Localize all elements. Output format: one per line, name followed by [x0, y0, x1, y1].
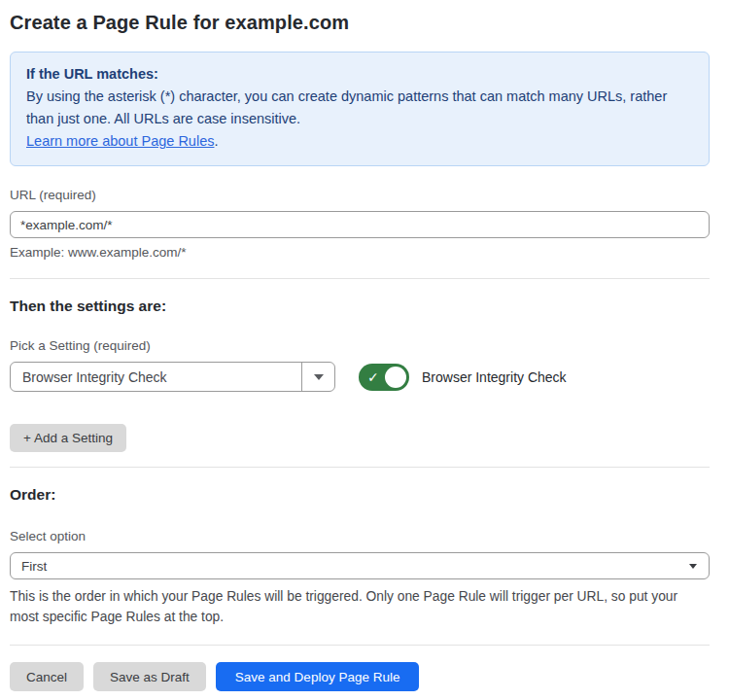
- link-period: .: [214, 133, 218, 149]
- add-setting-button[interactable]: + Add a Setting: [10, 424, 126, 452]
- setting-select[interactable]: Browser Integrity Check: [10, 362, 335, 392]
- url-input[interactable]: [10, 211, 710, 238]
- setting-row: Browser Integrity Check ✓ Browser Integr…: [10, 362, 710, 392]
- divider-url-settings: [10, 278, 710, 279]
- url-field-label: URL (required): [10, 188, 710, 202]
- select-option-label: Select option: [10, 529, 710, 543]
- order-heading: Order:: [10, 486, 710, 504]
- footer-actions: Cancel Save as Draft Save and Deploy Pag…: [10, 662, 710, 691]
- settings-heading: Then the settings are:: [10, 298, 710, 315]
- url-example-hint: Example: www.example.com/*: [10, 245, 710, 260]
- create-page-rule-form: Create a Page Rule for example.com If th…: [0, 0, 729, 700]
- setting-select-caret-button[interactable]: [301, 363, 334, 391]
- check-icon: ✓: [367, 370, 379, 384]
- cancel-button[interactable]: Cancel: [10, 662, 84, 691]
- toggle-label: Browser Integrity Check: [422, 369, 567, 385]
- url-match-info-box: If the URL matches: By using the asteris…: [10, 52, 710, 166]
- info-box-link-line: Learn more about Page Rules.: [26, 130, 693, 153]
- order-select-value: First: [11, 559, 689, 574]
- pick-setting-label: Pick a Setting (required): [10, 338, 710, 353]
- save-and-deploy-button[interactable]: Save and Deploy Page Rule: [216, 662, 420, 691]
- divider-footer: [10, 645, 710, 646]
- setting-select-value: Browser Integrity Check: [11, 369, 301, 385]
- info-box-heading: If the URL matches:: [26, 63, 693, 86]
- toggle-knob: [385, 367, 406, 388]
- order-select-caret: [689, 564, 709, 569]
- page-title: Create a Page Rule for example.com: [10, 12, 710, 34]
- chevron-down-icon: [689, 564, 697, 569]
- order-description: This is the order in which your Page Rul…: [10, 586, 710, 627]
- divider-settings-order: [10, 467, 710, 468]
- save-as-draft-button[interactable]: Save as Draft: [93, 662, 206, 691]
- browser-integrity-toggle[interactable]: ✓: [359, 364, 409, 391]
- info-box-body: By using the asterisk (*) character, you…: [26, 86, 693, 130]
- learn-more-link[interactable]: Learn more about Page Rules: [26, 133, 214, 149]
- chevron-down-icon: [314, 374, 324, 380]
- order-select[interactable]: First: [10, 552, 710, 579]
